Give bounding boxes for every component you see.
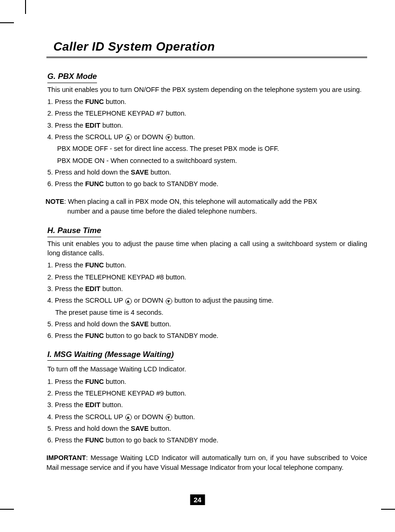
- scroll-down-icon: [166, 298, 172, 305]
- step-4: 4. Press the SCROLL UP or DOWN button.: [47, 412, 367, 422]
- scroll-down-icon: [166, 134, 172, 141]
- section-msg-waiting: I. MSG Waiting (Message Waiting) To turn…: [47, 349, 367, 445]
- section-pbx-mode: G. PBX Mode This unit enables you to tur…: [47, 71, 367, 188]
- note-block: NOTE: When placing a call in PBX mode ON…: [45, 197, 367, 216]
- crop-mark: [25, 0, 26, 14]
- step-1: 1. Press the FUNC button.: [47, 260, 367, 270]
- section-heading-h: H. Pause Time: [47, 225, 101, 237]
- step-6: 6. Press the FUNC button to go back to S…: [47, 331, 367, 340]
- step-3: 3. Press the EDIT button.: [47, 121, 367, 130]
- title-underline: [46, 57, 367, 58]
- scroll-up-icon: [125, 134, 132, 141]
- step-4-sub1: PBX MODE OFF - set for direct line acces…: [57, 144, 367, 153]
- section-heading-i: I. MSG Waiting (Message Waiting): [47, 349, 174, 361]
- page-title: Caller ID System Operation: [53, 39, 367, 54]
- crop-mark: [0, 22, 14, 23]
- intro-text: This unit enables you to adjust the paus…: [47, 239, 367, 258]
- section-heading-g: G. PBX Mode: [47, 71, 97, 83]
- intro-text: To turn off the Massage Waiting LCD Indi…: [47, 364, 367, 374]
- step-4-sub2: PBX MODE ON - When connected to a switch…: [57, 156, 367, 165]
- step-1: 1. Press the FUNC button.: [47, 97, 367, 106]
- scroll-down-icon: [166, 414, 172, 421]
- step-2: 2. Press the TELEPHONE KEYPAD #7 button.: [47, 109, 367, 118]
- intro-text: This unit enables you to turn ON/OFF the…: [47, 85, 367, 94]
- page-content: G. PBX Mode This unit enables you to tur…: [46, 71, 367, 472]
- step-4: 4. Press the SCROLL UP or DOWN button to…: [47, 296, 367, 305]
- step-5: 5. Press and hold down the SAVE button.: [47, 319, 367, 329]
- crop-mark: [0, 509, 14, 510]
- step-5: 5. Press and hold down the SAVE button.: [47, 168, 367, 177]
- step-6: 6. Press the FUNC button to go back to S…: [47, 435, 367, 445]
- section-pause-time: H. Pause Time This unit enables you to a…: [47, 225, 367, 340]
- crop-mark: [381, 509, 395, 510]
- step-4: 4. Press the SCROLL UP or DOWN button.: [47, 132, 367, 142]
- step-3: 3. Press the EDIT button.: [47, 284, 367, 293]
- important-block: IMPORTANT: Message Waiting LCD Indicator…: [46, 453, 367, 472]
- scroll-up-icon: [125, 414, 132, 421]
- step-5: 5. Press and hold down the SAVE button.: [47, 424, 367, 433]
- page-number: 24: [190, 494, 205, 505]
- step-4-sub: The preset pause time is 4 seconds.: [55, 308, 367, 317]
- scroll-up-icon: [125, 298, 132, 305]
- step-2: 2. Press the TELEPHONE KEYPAD #9 button.: [47, 389, 367, 398]
- step-2: 2. Press the TELEPHONE KEYPAD #8 button.: [47, 272, 367, 282]
- step-1: 1. Press the FUNC button.: [47, 377, 367, 386]
- step-3: 3. Press the EDIT button.: [47, 400, 367, 409]
- step-6: 6. Press the FUNC button to go back to S…: [47, 179, 367, 188]
